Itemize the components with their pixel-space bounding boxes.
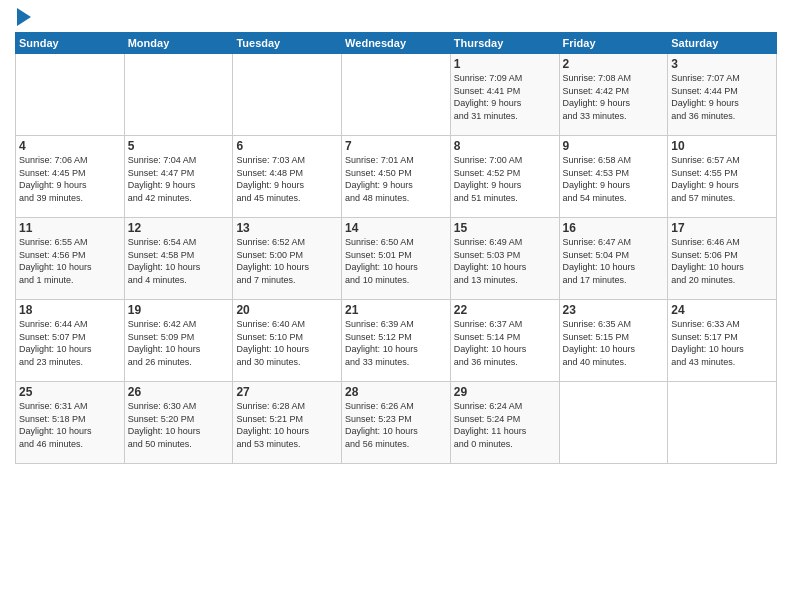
day-number: 27 bbox=[236, 385, 338, 399]
day-info: Sunrise: 7:00 AM Sunset: 4:52 PM Dayligh… bbox=[454, 154, 556, 204]
week-row-2: 11Sunrise: 6:55 AM Sunset: 4:56 PM Dayli… bbox=[16, 218, 777, 300]
day-cell bbox=[342, 54, 451, 136]
day-number: 4 bbox=[19, 139, 121, 153]
day-info: Sunrise: 6:42 AM Sunset: 5:09 PM Dayligh… bbox=[128, 318, 230, 368]
day-info: Sunrise: 7:08 AM Sunset: 4:42 PM Dayligh… bbox=[563, 72, 665, 122]
day-cell: 9Sunrise: 6:58 AM Sunset: 4:53 PM Daylig… bbox=[559, 136, 668, 218]
week-row-1: 4Sunrise: 7:06 AM Sunset: 4:45 PM Daylig… bbox=[16, 136, 777, 218]
day-number: 20 bbox=[236, 303, 338, 317]
day-number: 18 bbox=[19, 303, 121, 317]
day-number: 12 bbox=[128, 221, 230, 235]
day-cell: 5Sunrise: 7:04 AM Sunset: 4:47 PM Daylig… bbox=[124, 136, 233, 218]
logo-arrow-icon bbox=[17, 8, 31, 26]
day-info: Sunrise: 6:55 AM Sunset: 4:56 PM Dayligh… bbox=[19, 236, 121, 286]
day-cell: 14Sunrise: 6:50 AM Sunset: 5:01 PM Dayli… bbox=[342, 218, 451, 300]
day-cell: 21Sunrise: 6:39 AM Sunset: 5:12 PM Dayli… bbox=[342, 300, 451, 382]
day-info: Sunrise: 6:50 AM Sunset: 5:01 PM Dayligh… bbox=[345, 236, 447, 286]
day-cell: 18Sunrise: 6:44 AM Sunset: 5:07 PM Dayli… bbox=[16, 300, 125, 382]
day-cell: 10Sunrise: 6:57 AM Sunset: 4:55 PM Dayli… bbox=[668, 136, 777, 218]
day-cell: 19Sunrise: 6:42 AM Sunset: 5:09 PM Dayli… bbox=[124, 300, 233, 382]
day-info: Sunrise: 6:58 AM Sunset: 4:53 PM Dayligh… bbox=[563, 154, 665, 204]
day-cell: 4Sunrise: 7:06 AM Sunset: 4:45 PM Daylig… bbox=[16, 136, 125, 218]
day-cell: 3Sunrise: 7:07 AM Sunset: 4:44 PM Daylig… bbox=[668, 54, 777, 136]
day-cell: 12Sunrise: 6:54 AM Sunset: 4:58 PM Dayli… bbox=[124, 218, 233, 300]
weekday-header-tuesday: Tuesday bbox=[233, 33, 342, 54]
day-cell bbox=[16, 54, 125, 136]
day-info: Sunrise: 6:57 AM Sunset: 4:55 PM Dayligh… bbox=[671, 154, 773, 204]
day-number: 28 bbox=[345, 385, 447, 399]
day-info: Sunrise: 7:03 AM Sunset: 4:48 PM Dayligh… bbox=[236, 154, 338, 204]
day-cell: 25Sunrise: 6:31 AM Sunset: 5:18 PM Dayli… bbox=[16, 382, 125, 464]
day-number: 10 bbox=[671, 139, 773, 153]
day-number: 9 bbox=[563, 139, 665, 153]
day-info: Sunrise: 7:01 AM Sunset: 4:50 PM Dayligh… bbox=[345, 154, 447, 204]
day-info: Sunrise: 6:35 AM Sunset: 5:15 PM Dayligh… bbox=[563, 318, 665, 368]
day-cell: 29Sunrise: 6:24 AM Sunset: 5:24 PM Dayli… bbox=[450, 382, 559, 464]
day-info: Sunrise: 6:33 AM Sunset: 5:17 PM Dayligh… bbox=[671, 318, 773, 368]
day-number: 21 bbox=[345, 303, 447, 317]
day-cell: 7Sunrise: 7:01 AM Sunset: 4:50 PM Daylig… bbox=[342, 136, 451, 218]
day-number: 22 bbox=[454, 303, 556, 317]
day-number: 23 bbox=[563, 303, 665, 317]
day-number: 13 bbox=[236, 221, 338, 235]
day-info: Sunrise: 6:39 AM Sunset: 5:12 PM Dayligh… bbox=[345, 318, 447, 368]
calendar-table: SundayMondayTuesdayWednesdayThursdayFrid… bbox=[15, 32, 777, 464]
day-cell: 11Sunrise: 6:55 AM Sunset: 4:56 PM Dayli… bbox=[16, 218, 125, 300]
day-info: Sunrise: 6:49 AM Sunset: 5:03 PM Dayligh… bbox=[454, 236, 556, 286]
header bbox=[15, 10, 777, 26]
day-cell: 20Sunrise: 6:40 AM Sunset: 5:10 PM Dayli… bbox=[233, 300, 342, 382]
day-info: Sunrise: 7:04 AM Sunset: 4:47 PM Dayligh… bbox=[128, 154, 230, 204]
day-number: 14 bbox=[345, 221, 447, 235]
day-number: 3 bbox=[671, 57, 773, 71]
day-info: Sunrise: 6:44 AM Sunset: 5:07 PM Dayligh… bbox=[19, 318, 121, 368]
day-cell: 27Sunrise: 6:28 AM Sunset: 5:21 PM Dayli… bbox=[233, 382, 342, 464]
day-cell: 15Sunrise: 6:49 AM Sunset: 5:03 PM Dayli… bbox=[450, 218, 559, 300]
weekday-header-friday: Friday bbox=[559, 33, 668, 54]
day-number: 17 bbox=[671, 221, 773, 235]
day-number: 11 bbox=[19, 221, 121, 235]
day-cell: 24Sunrise: 6:33 AM Sunset: 5:17 PM Dayli… bbox=[668, 300, 777, 382]
day-info: Sunrise: 7:06 AM Sunset: 4:45 PM Dayligh… bbox=[19, 154, 121, 204]
day-cell: 6Sunrise: 7:03 AM Sunset: 4:48 PM Daylig… bbox=[233, 136, 342, 218]
day-cell: 1Sunrise: 7:09 AM Sunset: 4:41 PM Daylig… bbox=[450, 54, 559, 136]
day-number: 15 bbox=[454, 221, 556, 235]
day-info: Sunrise: 6:31 AM Sunset: 5:18 PM Dayligh… bbox=[19, 400, 121, 450]
day-info: Sunrise: 6:28 AM Sunset: 5:21 PM Dayligh… bbox=[236, 400, 338, 450]
weekday-header-sunday: Sunday bbox=[16, 33, 125, 54]
day-cell bbox=[233, 54, 342, 136]
day-cell bbox=[668, 382, 777, 464]
day-number: 8 bbox=[454, 139, 556, 153]
week-row-3: 18Sunrise: 6:44 AM Sunset: 5:07 PM Dayli… bbox=[16, 300, 777, 382]
day-info: Sunrise: 6:47 AM Sunset: 5:04 PM Dayligh… bbox=[563, 236, 665, 286]
weekday-header-wednesday: Wednesday bbox=[342, 33, 451, 54]
week-row-4: 25Sunrise: 6:31 AM Sunset: 5:18 PM Dayli… bbox=[16, 382, 777, 464]
day-number: 29 bbox=[454, 385, 556, 399]
day-info: Sunrise: 6:37 AM Sunset: 5:14 PM Dayligh… bbox=[454, 318, 556, 368]
day-number: 19 bbox=[128, 303, 230, 317]
day-cell bbox=[559, 382, 668, 464]
day-cell: 28Sunrise: 6:26 AM Sunset: 5:23 PM Dayli… bbox=[342, 382, 451, 464]
page: SundayMondayTuesdayWednesdayThursdayFrid… bbox=[0, 0, 792, 612]
day-number: 1 bbox=[454, 57, 556, 71]
day-number: 16 bbox=[563, 221, 665, 235]
week-row-0: 1Sunrise: 7:09 AM Sunset: 4:41 PM Daylig… bbox=[16, 54, 777, 136]
day-number: 25 bbox=[19, 385, 121, 399]
header-row: SundayMondayTuesdayWednesdayThursdayFrid… bbox=[16, 33, 777, 54]
day-cell: 13Sunrise: 6:52 AM Sunset: 5:00 PM Dayli… bbox=[233, 218, 342, 300]
day-cell: 22Sunrise: 6:37 AM Sunset: 5:14 PM Dayli… bbox=[450, 300, 559, 382]
day-info: Sunrise: 6:40 AM Sunset: 5:10 PM Dayligh… bbox=[236, 318, 338, 368]
day-number: 6 bbox=[236, 139, 338, 153]
day-info: Sunrise: 6:30 AM Sunset: 5:20 PM Dayligh… bbox=[128, 400, 230, 450]
day-cell: 8Sunrise: 7:00 AM Sunset: 4:52 PM Daylig… bbox=[450, 136, 559, 218]
day-number: 26 bbox=[128, 385, 230, 399]
day-number: 24 bbox=[671, 303, 773, 317]
weekday-header-saturday: Saturday bbox=[668, 33, 777, 54]
day-info: Sunrise: 6:52 AM Sunset: 5:00 PM Dayligh… bbox=[236, 236, 338, 286]
day-info: Sunrise: 7:07 AM Sunset: 4:44 PM Dayligh… bbox=[671, 72, 773, 122]
day-info: Sunrise: 7:09 AM Sunset: 4:41 PM Dayligh… bbox=[454, 72, 556, 122]
day-cell bbox=[124, 54, 233, 136]
day-cell: 23Sunrise: 6:35 AM Sunset: 5:15 PM Dayli… bbox=[559, 300, 668, 382]
day-cell: 2Sunrise: 7:08 AM Sunset: 4:42 PM Daylig… bbox=[559, 54, 668, 136]
day-number: 7 bbox=[345, 139, 447, 153]
day-cell: 26Sunrise: 6:30 AM Sunset: 5:20 PM Dayli… bbox=[124, 382, 233, 464]
